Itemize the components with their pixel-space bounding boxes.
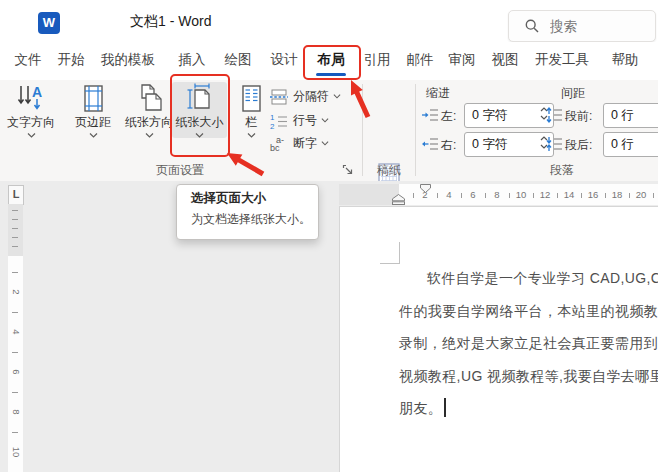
text-cursor — [444, 398, 446, 417]
spacing-before-label: 段前: — [565, 108, 592, 125]
h-ruler-number: 6 — [465, 189, 481, 200]
tooltip-title: 选择页面大小 — [191, 190, 266, 207]
indent-right-label: 右: — [441, 137, 456, 154]
text-line: 录制，绝对是大家立足社会真正要需用到 — [399, 327, 658, 360]
chevron-down-icon — [195, 133, 204, 138]
spacing-before-icon — [546, 106, 564, 124]
tooltip-body: 为文档选择纸张大小。 — [191, 211, 311, 228]
h-ruler-number: 20 — [633, 189, 649, 200]
tab-developer[interactable]: 开发工具 — [534, 44, 590, 76]
line-numbers-icon: 1 2 — [269, 112, 289, 130]
text-line: 件的我要自学网络平台，本站里的视频教 — [399, 295, 658, 328]
spacing-after-input[interactable]: 0 行 — [603, 132, 658, 157]
ruler-tick — [12, 432, 18, 433]
tab-home[interactable]: 开始 — [57, 44, 85, 76]
v-ruler-margin-zone — [8, 204, 23, 256]
breaks-button[interactable]: 分隔符 — [269, 86, 341, 107]
indent-left-icon — [421, 108, 439, 122]
tab-mailings[interactable]: 邮件 — [406, 44, 434, 76]
left-indent-marker[interactable] — [392, 194, 405, 205]
ruler-tick — [557, 193, 558, 198]
v-ruler-number: 6 — [11, 365, 21, 379]
margins-label: 页边距 — [75, 116, 111, 129]
hyphenation-button[interactable]: a- bc 断字 — [269, 133, 329, 154]
word-window: W 文档1 - Word 文件 开始 我的模板 插入 绘图 设计 布局 引用 邮… — [0, 0, 658, 472]
paper-size-icon — [184, 82, 216, 114]
tab-design[interactable]: 设计 — [270, 44, 298, 76]
ruler-tick — [629, 193, 630, 198]
line-numbers-label: 行号 — [293, 112, 317, 129]
first-line-indent-marker[interactable] — [420, 184, 431, 193]
indent-left-input[interactable]: 0 字符 — [464, 103, 554, 128]
ruler-tick — [12, 246, 18, 247]
margins-button[interactable]: 页边距 — [66, 82, 120, 138]
word-logo-icon[interactable]: W — [38, 12, 60, 34]
line-numbers-button[interactable]: 1 2 行号 — [269, 110, 329, 131]
chevron-down-icon — [321, 118, 329, 123]
columns-label: 栏 — [245, 116, 257, 129]
ruler-tick — [12, 272, 18, 273]
chevron-down-icon — [27, 133, 36, 138]
text-boundary-mark — [399, 242, 400, 264]
ruler-tick — [653, 193, 654, 198]
tab-file[interactable]: 文件 — [14, 44, 42, 76]
document-text[interactable]: 软件自学是一个专业学习 CAD,UG,C 件的我要自学网络平台，本站里的视频教 … — [399, 262, 658, 425]
spacing-after-value: 0 行 — [611, 137, 634, 151]
columns-button[interactable]: 栏 — [234, 82, 268, 138]
orientation-button[interactable]: 纸张方向 — [120, 82, 178, 138]
tab-my-templates[interactable]: 我的模板 — [100, 44, 156, 76]
group-separator — [415, 84, 416, 176]
chevron-down-icon — [89, 133, 98, 138]
h-ruler-number: 18 — [609, 189, 625, 200]
text-direction-label: 文字方向 — [7, 116, 55, 129]
document-title: 文档1 - Word — [130, 0, 211, 42]
paper-size-tooltip: 选择页面大小 为文档选择纸张大小。 — [176, 184, 319, 240]
group-separator — [362, 84, 363, 176]
tab-stop-selector[interactable]: L — [8, 185, 24, 205]
tab-insert[interactable]: 插入 — [178, 44, 206, 76]
paper-size-button[interactable]: 纸张大小 — [172, 82, 227, 138]
ruler-tick — [12, 352, 18, 353]
spacing-after-icon — [546, 135, 564, 153]
h-ruler-number: 10 — [513, 189, 529, 200]
tab-view[interactable]: 视图 — [491, 44, 519, 76]
tab-draw[interactable]: 绘图 — [224, 44, 252, 76]
ruler-tick — [437, 193, 438, 198]
svg-text:A: A — [32, 84, 42, 100]
orientation-label: 纸张方向 — [125, 116, 173, 129]
hyphenation-label: 断字 — [293, 135, 317, 152]
page-setup-dialog-launcher[interactable] — [342, 164, 354, 176]
spacing-heading: 间距 — [561, 85, 585, 102]
tab-references[interactable]: 引用 — [363, 44, 391, 76]
ruler-tick — [509, 193, 510, 198]
ribbon: A 文字方向 页边距 — [0, 80, 658, 182]
ribbon-tab-row: 文件 开始 我的模板 插入 绘图 设计 布局 引用 邮件 审阅 视图 开发工具 … — [0, 42, 658, 80]
indent-left-label: 左: — [441, 108, 456, 125]
text-line: 软件自学是一个专业学习 CAD,UG,C — [399, 262, 658, 295]
ruler-tick — [12, 312, 18, 313]
ruler-tick — [485, 193, 486, 198]
chevron-down-icon — [145, 133, 154, 138]
text-direction-button[interactable]: A 文字方向 — [2, 82, 60, 138]
ruler-tick — [12, 228, 18, 229]
v-ruler-number: 2 — [11, 285, 21, 299]
indent-right-input[interactable]: 0 字符 — [464, 132, 554, 157]
h-ruler-number: 4 — [441, 189, 457, 200]
breaks-label: 分隔符 — [293, 88, 329, 105]
spacing-before-input[interactable]: 0 行 — [603, 103, 658, 128]
v-ruler-number: 8 — [11, 405, 21, 419]
tab-help[interactable]: 帮助 — [611, 44, 639, 76]
chevron-down-icon — [333, 94, 341, 99]
group-label-paper: 稿纸 — [366, 162, 412, 179]
search-box[interactable] — [508, 10, 656, 42]
ruler-tick — [605, 193, 606, 198]
tab-layout[interactable]: 布局 — [317, 44, 345, 76]
group-label-page-setup: 页面设置 — [138, 162, 222, 179]
svg-text:bc: bc — [270, 143, 280, 153]
title-bar: W 文档1 - Word — [0, 0, 658, 42]
paper-size-label: 纸张大小 — [176, 116, 224, 129]
search-input[interactable] — [548, 18, 642, 35]
chevron-down-icon — [247, 133, 256, 138]
spacing-after-label: 段后: — [565, 137, 592, 154]
tab-review[interactable]: 审阅 — [448, 44, 476, 76]
